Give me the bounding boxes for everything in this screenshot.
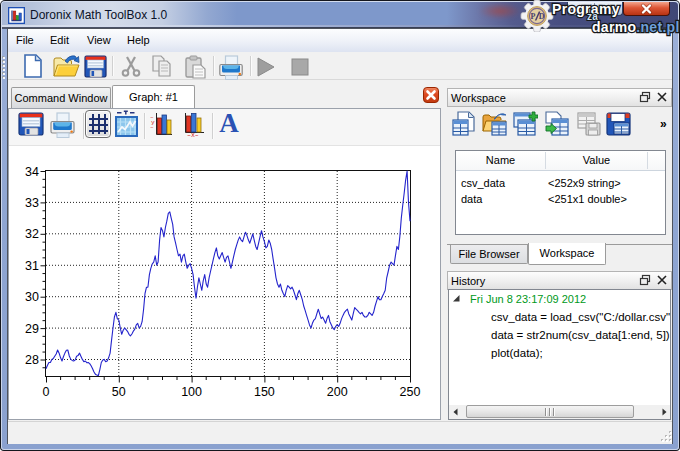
- svg-text:200: 200: [327, 385, 348, 399]
- svg-text:100: 100: [181, 385, 202, 399]
- svg-text:–x–: –x–: [187, 132, 199, 137]
- svg-text:34: 34: [25, 165, 39, 179]
- svg-text:28: 28: [25, 353, 39, 367]
- svg-text:0: 0: [43, 385, 50, 399]
- svg-text:–: –: [150, 124, 154, 131]
- svg-text:33: 33: [25, 196, 39, 210]
- svg-text:31: 31: [25, 259, 39, 273]
- svg-text:D: D: [539, 12, 545, 21]
- svg-text:29: 29: [25, 322, 39, 336]
- svg-text:P: P: [531, 12, 536, 21]
- svg-text:250: 250: [400, 385, 421, 399]
- svg-text:32: 32: [25, 227, 39, 241]
- svg-text:50: 50: [112, 385, 126, 399]
- svg-text:150: 150: [254, 385, 275, 399]
- svg-text:30: 30: [25, 290, 39, 304]
